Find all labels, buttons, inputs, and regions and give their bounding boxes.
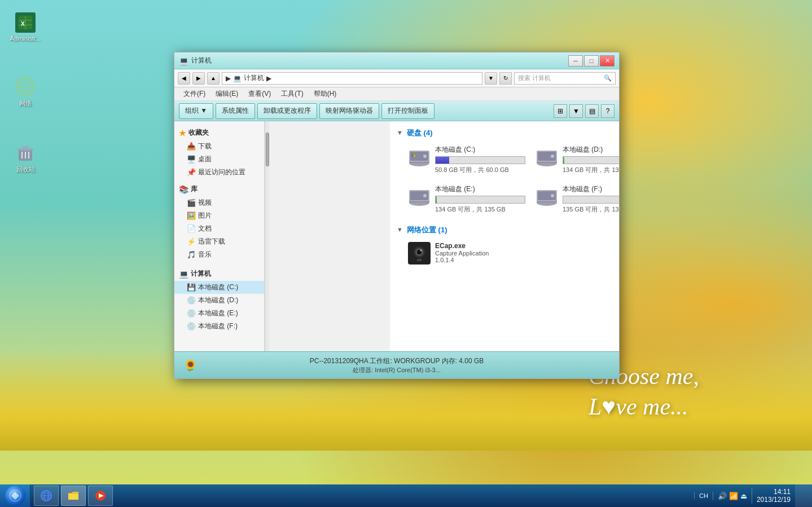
nav-item-thunder-label: 迅雷下载 (198, 237, 225, 246)
menu-view[interactable]: 查看(V) (244, 88, 275, 100)
downloads-icon: 📥 (187, 142, 196, 151)
back-button[interactable]: ◀ (178, 72, 190, 85)
nav-scrollbar-thumb[interactable] (266, 133, 269, 166)
menu-bar: 文件(F) 编辑(E) 查看(V) 工具(T) 帮助(H) (174, 87, 619, 101)
nav-item-d-drive[interactable]: 💿 本地磁盘 (D:) (174, 294, 264, 307)
d-drive-icon: 💿 (187, 296, 196, 305)
start-button[interactable] (0, 484, 30, 507)
search-box[interactable]: 搜索 计算机 🔍 (514, 72, 616, 85)
library-header[interactable]: 📚 库 (174, 182, 264, 196)
svg-rect-26 (411, 155, 413, 157)
drive-f-bar-container (563, 196, 619, 204)
drive-c[interactable]: 本地磁盘 (C:) 50.8 GB 可用，共 60.0 GB (406, 143, 528, 177)
address-path-text: 计算机 (244, 73, 264, 83)
refresh-button[interactable]: ↻ (499, 72, 512, 85)
menu-tools[interactable]: 工具(T) (276, 88, 308, 100)
nav-item-desktop[interactable]: 🖥️ 桌面 (174, 153, 264, 166)
taskbar-ie[interactable] (34, 486, 59, 506)
desktop-icon-excel[interactable]: X Administr... (6, 11, 45, 42)
network-title: 网络位置 (1) (407, 225, 447, 235)
hard-disks-toggle[interactable]: ▼ (397, 129, 405, 137)
toolbar-right: ⊞ ▼ ▤ ? (554, 104, 615, 118)
nav-item-f-drive[interactable]: 💿 本地磁盘 (F:) (174, 320, 264, 333)
desktop-icons-area: X Administr... 网络 (6, 11, 45, 174)
organize-button[interactable]: 组织 ▼ (179, 103, 213, 119)
system-properties-button[interactable]: 系统属性 (216, 103, 255, 119)
nav-item-recent-label: 最近访问的位置 (198, 167, 245, 177)
nav-item-downloads[interactable]: 📥 下载 (174, 140, 264, 153)
excel-icon-label: Administr... (10, 35, 41, 42)
drive-e[interactable]: 本地磁盘 (E:) 134 GB 可用，共 135 GB (406, 182, 528, 216)
map-drive-button[interactable]: 映射网络驱动器 (319, 103, 379, 119)
taskbar-media[interactable] (88, 486, 113, 506)
network-section-header: ▼ 网络位置 (1) (397, 225, 612, 235)
nav-item-c-drive[interactable]: 💾 本地磁盘 (C:) (174, 281, 264, 294)
library-icon: 📚 (179, 185, 188, 194)
view-dropdown-button[interactable]: ▼ (569, 104, 583, 118)
drive-d[interactable]: 本地磁盘 (D:) 134 GB 可用，共 135 GB (533, 143, 619, 177)
taskbar: CH 🔊 📶 ⏏ 14:11 2013/12/19 (0, 484, 812, 507)
content-pane: ▼ 硬盘 (4) (390, 121, 619, 351)
svg-point-22 (423, 155, 427, 158)
tray-icon-2[interactable]: 📶 (729, 492, 738, 500)
favorites-header[interactable]: ★ 收藏夹 (174, 126, 264, 140)
maximize-button[interactable]: □ (584, 55, 599, 67)
tray-icon-1[interactable]: 🔊 (718, 492, 727, 500)
nav-item-e-drive-label: 本地磁盘 (E:) (198, 308, 238, 318)
preview-pane-button[interactable]: ▤ (585, 104, 599, 118)
view-mode-button1[interactable]: ⊞ (554, 104, 567, 118)
network-toggle[interactable]: ▼ (397, 226, 405, 234)
forward-button[interactable]: ▶ (192, 72, 205, 85)
desktop-icon-recycle[interactable]: 回收站 (6, 142, 45, 174)
svg-rect-48 (417, 259, 422, 261)
documents-icon: 📄 (187, 224, 196, 233)
tray-icon-3[interactable]: ⏏ (740, 492, 747, 500)
drive-f-name: 本地磁盘 (F:) (563, 184, 619, 194)
nav-item-music[interactable]: 🎵 音乐 (174, 248, 264, 261)
nav-item-thunder[interactable]: ⚡ 迅雷下载 (174, 235, 264, 248)
uninstall-button[interactable]: 卸载或更改程序 (257, 103, 317, 119)
menu-edit[interactable]: 编辑(E) (211, 88, 243, 100)
star-icon: ★ (179, 129, 186, 138)
nav-item-video[interactable]: 🎬 视频 (174, 196, 264, 209)
toolbar: 组织 ▼ 系统属性 卸载或更改程序 映射网络驱动器 打开控制面板 ⊞ ▼ ▤ ? (174, 101, 619, 121)
taskbar-folder[interactable] (61, 486, 86, 506)
drive-f[interactable]: 本地磁盘 (F:) 135 GB 可用，共 135 GB (533, 182, 619, 216)
menu-file[interactable]: 文件(F) (179, 88, 210, 100)
drive-d-size: 134 GB 可用，共 135 GB (563, 166, 619, 174)
svg-rect-27 (414, 155, 415, 157)
close-button[interactable]: ✕ (600, 55, 615, 67)
drive-e-name: 本地磁盘 (E:) (435, 184, 525, 194)
nav-item-pictures[interactable]: 🖼️ 图片 (174, 209, 264, 222)
nav-item-music-label: 音乐 (198, 250, 212, 259)
nav-item-desktop-label: 桌面 (198, 155, 212, 164)
nav-item-recent[interactable]: 📌 最近访问的位置 (174, 166, 264, 179)
status-line2: 处理器: Intel(R) Core(TM) i3-3... (353, 366, 441, 374)
search-placeholder: 搜索 计算机 (518, 74, 551, 82)
svg-point-42 (551, 194, 554, 197)
excel-icon: X (14, 11, 37, 34)
language-indicator[interactable]: CH (694, 492, 713, 499)
menu-help[interactable]: 帮助(H) (309, 88, 341, 100)
nav-item-documents[interactable]: 📄 文档 (174, 222, 264, 235)
svg-rect-25 (414, 153, 415, 155)
show-desktop-button[interactable] (795, 484, 812, 507)
address-path[interactable]: ▶ 💻 计算机 ▶ (222, 72, 482, 85)
nav-item-e-drive[interactable]: 💿 本地磁盘 (E:) (174, 307, 264, 320)
drive-c-bar-container (435, 156, 525, 164)
help-button[interactable]: ? (601, 104, 615, 118)
minimize-button[interactable]: ─ (568, 55, 583, 67)
svg-point-32 (551, 155, 554, 158)
nav-scrollbar[interactable] (265, 121, 269, 351)
up-button[interactable]: ▲ (207, 72, 220, 85)
clock-area[interactable]: 14:11 2013/12/19 (752, 488, 795, 504)
network-item-ecap[interactable]: ECap.exe Capture Application 1.0.1.4 (406, 240, 612, 267)
dropdown-button[interactable]: ▼ (485, 72, 497, 85)
control-panel-button[interactable]: 打开控制面板 (381, 103, 434, 119)
status-bar: 🌻 PC--20131209QHA 工作组: WORKGROUP 内存: 4.0… (174, 351, 619, 378)
desktop-icon-network[interactable]: 网络 (6, 76, 45, 108)
nav-item-d-drive-label: 本地磁盘 (D:) (198, 296, 238, 305)
computer-icon-nav: 💻 (179, 270, 188, 279)
title-bar-icon: 💻 (179, 56, 188, 65)
computer-header[interactable]: 💻 计算机 (174, 267, 264, 281)
